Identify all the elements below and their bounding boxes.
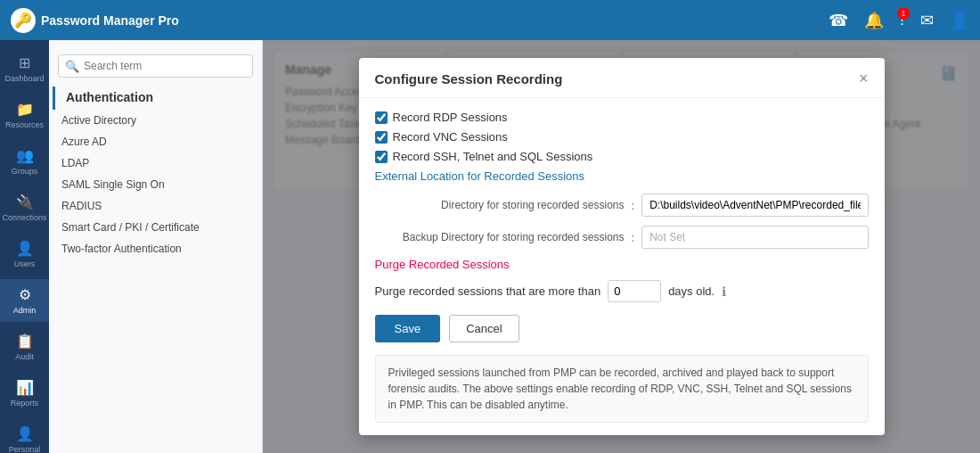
user-icon[interactable]: 👤 — [950, 11, 969, 30]
resources-icon: 📁 — [16, 101, 34, 118]
sidebar-item-audit[interactable]: 📋 Audit — [0, 325, 49, 368]
audit-icon: 📋 — [16, 333, 34, 350]
save-button[interactable]: Save — [375, 315, 441, 342]
sidebar-item-personal[interactable]: 👤 Personal — [0, 418, 49, 453]
sidebar-item-users[interactable]: 👤 Users — [0, 233, 49, 276]
colon-1: : — [632, 199, 635, 212]
directory-label: Directory for storing recorded sessions — [375, 199, 625, 211]
app-logo: 🔑 Password Manager Pro — [11, 8, 179, 33]
modal-overlay: Configure Session Recording × Record RDP… — [263, 40, 980, 453]
sidebar-item-connections[interactable]: 🔌 Connections — [0, 186, 49, 229]
dashboard-icon: ⊞ — [19, 54, 30, 71]
sidebar-item-dashboard[interactable]: ⊞ Dashboard — [0, 47, 49, 90]
search-input[interactable] — [58, 54, 253, 78]
backup-directory-row: Backup Directory for storing recorded se… — [375, 226, 869, 249]
sidebar-item-label: Admin — [13, 306, 37, 315]
phone-icon[interactable]: ☎ — [829, 11, 848, 30]
purge-label-suffix: days old. — [668, 284, 715, 298]
users-icon: 👤 — [16, 240, 34, 257]
main-content: 🔧 Manage Password Access Requests Encryp… — [263, 40, 980, 453]
auth-section-title: Authentication — [53, 86, 262, 110]
purge-days-input[interactable] — [608, 280, 661, 302]
connections-icon: 🔌 — [16, 194, 34, 210]
cancel-button[interactable]: Cancel — [449, 315, 519, 342]
sidebar-item-label: Resources — [5, 120, 44, 129]
admin-icon: ⚙ — [19, 286, 31, 303]
modal-title: Configure Session Recording — [375, 71, 563, 86]
nav-ldap[interactable]: LDAP — [49, 152, 262, 174]
directory-input[interactable] — [641, 194, 868, 217]
reports-icon: 📊 — [16, 379, 34, 396]
checkbox-vnc[interactable] — [375, 131, 388, 144]
sidebar-item-resources[interactable]: 📁 Resources — [0, 94, 49, 136]
sidebar-item-label: Connections — [2, 213, 46, 222]
left-panel: 🔍 Authentication Active Directory Azure … — [49, 40, 263, 453]
checkbox-rdp[interactable] — [375, 111, 388, 124]
sidebar-item-label: Groups — [12, 167, 38, 176]
groups-icon: 👥 — [16, 147, 34, 164]
nav-radius[interactable]: RADIUS — [49, 195, 262, 217]
nav-saml[interactable]: SAML Single Sign On — [49, 174, 262, 195]
checkbox-ssh[interactable] — [375, 151, 388, 163]
info-box: Privileged sessions launched from PMP ca… — [375, 355, 869, 423]
checkbox-vnc-label: Record VNC Sessions — [393, 130, 508, 144]
backup-label: Backup Directory for storing recorded se… — [375, 231, 625, 243]
nav-smart-card[interactable]: Smart Card / PKI / Certificate — [49, 217, 262, 238]
personal-icon: 👤 — [16, 425, 34, 442]
sidebar-item-groups[interactable]: 👥 Groups — [0, 140, 49, 183]
nav-azure-ad[interactable]: Azure AD — [49, 131, 262, 152]
logo-icon: 🔑 — [11, 8, 36, 33]
button-row: Save Cancel — [375, 315, 869, 342]
sidebar-item-label: Personal — [9, 445, 41, 453]
modal-close-button[interactable]: × — [859, 70, 869, 86]
checkbox-ssh-row: Record SSH, Telnet and SQL Sessions — [375, 150, 869, 163]
sidebar-item-admin[interactable]: ⚙ Admin — [0, 279, 49, 322]
top-nav-actions: ☎ 🔔 !1 ✉ 👤 — [829, 11, 969, 30]
directory-row: Directory for storing recorded sessions … — [375, 194, 869, 217]
info-icon[interactable]: ℹ — [722, 284, 726, 299]
app-title: Password Manager Pro — [41, 13, 179, 28]
purge-row: Purge recorded sessions that are more th… — [375, 280, 869, 302]
main-layout: ⊞ Dashboard 📁 Resources 👥 Groups 🔌 Conne… — [0, 40, 980, 453]
external-location-link[interactable]: External Location for Recorded Sessions — [375, 169, 869, 183]
colon-2: : — [632, 231, 635, 244]
nav-two-factor[interactable]: Two-factor Authentication — [49, 238, 262, 259]
search-container: 🔍 — [49, 49, 262, 86]
sidebar-item-reports[interactable]: 📊 Reports — [0, 372, 49, 415]
configure-session-modal: Configure Session Recording × Record RDP… — [359, 58, 885, 435]
checkbox-ssh-label: Record SSH, Telnet and SQL Sessions — [393, 150, 593, 163]
modal-header: Configure Session Recording × — [359, 58, 885, 98]
purge-label-prefix: Purge recorded sessions that are more th… — [375, 284, 601, 298]
bell-icon[interactable]: 🔔 — [864, 11, 884, 30]
checkbox-rdp-row: Record RDP Sessions — [375, 111, 869, 124]
alert-icon[interactable]: !1 — [900, 11, 904, 29]
sidebar: ⊞ Dashboard 📁 Resources 👥 Groups 🔌 Conne… — [0, 40, 49, 453]
sidebar-item-label: Users — [14, 259, 36, 268]
purge-title: Purge Recorded Sessions — [375, 258, 869, 271]
mail-icon[interactable]: ✉ — [920, 11, 934, 30]
backup-input[interactable] — [641, 226, 868, 249]
sidebar-item-label: Dashboard — [4, 74, 44, 83]
top-nav: 🔑 Password Manager Pro ☎ 🔔 !1 ✉ 👤 — [0, 0, 980, 40]
alert-badge: 1 — [897, 7, 910, 20]
sidebar-item-label: Audit — [15, 352, 34, 361]
nav-active-directory[interactable]: Active Directory — [49, 110, 262, 131]
search-icon: 🔍 — [65, 60, 79, 73]
checkbox-rdp-label: Record RDP Sessions — [393, 111, 508, 124]
sidebar-item-label: Reports — [11, 399, 39, 408]
modal-body: Record RDP Sessions Record VNC Sessions … — [359, 98, 885, 435]
checkbox-vnc-row: Record VNC Sessions — [375, 130, 869, 144]
